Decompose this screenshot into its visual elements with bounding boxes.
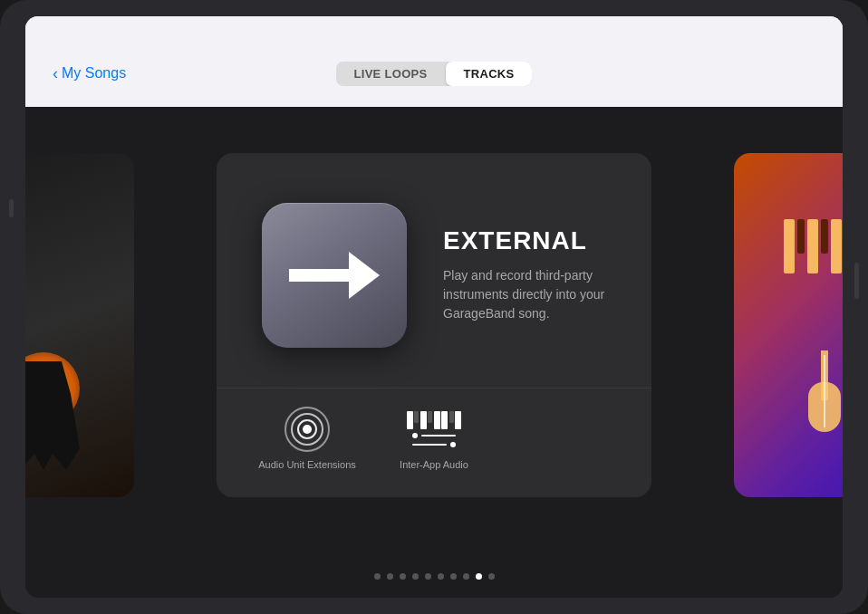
card-external-bottom: Audio Unit Extensions: [217, 388, 651, 497]
carousel[interactable]: EXTERNAL Play and record third-party ins…: [25, 107, 843, 543]
card-drums[interactable]: [25, 153, 134, 497]
radio-waves-icon: [283, 409, 332, 449]
card-external[interactable]: EXTERNAL Play and record third-party ins…: [217, 153, 651, 497]
arrow-right-icon: [289, 244, 380, 307]
mixer-row-2: [412, 442, 456, 447]
key-8: [455, 411, 461, 429]
radio-center-dot: [303, 425, 312, 434]
page-dot-6[interactable]: [438, 573, 444, 580]
audio-unit-item[interactable]: Audio Unit Extensions: [244, 407, 371, 470]
external-title: EXTERNAL: [443, 226, 606, 255]
page-dot-5[interactable]: [425, 573, 431, 580]
inter-app-icon: [407, 407, 461, 452]
key-2: [414, 411, 419, 423]
page-dot-7[interactable]: [450, 573, 457, 580]
segment-tracks[interactable]: TRACKS: [446, 62, 533, 86]
nav-bar: ‹ My Songs LIVE LOOPS TRACKS: [25, 16, 843, 107]
key-7: [449, 411, 454, 423]
page-dot-1[interactable]: [374, 573, 381, 580]
external-icon-container: [262, 203, 407, 348]
card-keyboard-guitar[interactable]: [734, 153, 843, 497]
external-description: Play and record third-party instruments …: [443, 266, 606, 323]
ipad-frame: 9:41 AM Tue Sep 15 100%: [0, 0, 868, 614]
rkey-2: [797, 219, 805, 254]
mixer-row: [412, 433, 456, 438]
screen: 9:41 AM Tue Sep 15 100%: [25, 16, 843, 598]
right-piano-keys: [784, 219, 843, 273]
page-dot-3[interactable]: [400, 573, 406, 580]
page-dot-10[interactable]: [488, 573, 495, 580]
home-button[interactable]: [854, 263, 859, 299]
key-6: [441, 411, 448, 429]
page-dot-4[interactable]: [412, 573, 419, 580]
external-text-area: EXTERNAL Play and record third-party ins…: [407, 226, 606, 323]
inter-app-label: Inter-App Audio: [400, 459, 468, 470]
drummer-figure: [25, 361, 89, 470]
mixer-bar-2: [412, 444, 447, 446]
card-external-top: EXTERNAL Play and record third-party ins…: [217, 153, 651, 388]
page-dot-9[interactable]: [476, 573, 482, 580]
key-3: [420, 411, 427, 429]
page-dot-2[interactable]: [387, 573, 393, 580]
rkey-1: [784, 219, 795, 273]
inter-app-item[interactable]: Inter-App Audio: [371, 407, 497, 470]
inter-app-visual: [407, 411, 462, 447]
back-chevron-icon: ‹: [53, 64, 58, 83]
key-5: [434, 411, 440, 429]
mixer-dot-1: [412, 433, 418, 438]
key-4: [428, 411, 432, 423]
mixer-bar-1: [421, 435, 456, 437]
drum-silhouette: [25, 298, 107, 479]
rkey-3: [807, 219, 818, 273]
segment-control: LIVE LOOPS TRACKS: [336, 62, 533, 86]
content-area: EXTERNAL Play and record third-party ins…: [25, 107, 843, 543]
page-dots: [25, 573, 843, 580]
audio-unit-icon: [280, 407, 334, 452]
segment-live-loops[interactable]: LIVE LOOPS: [336, 62, 446, 86]
page-dot-8[interactable]: [463, 573, 469, 580]
back-label[interactable]: My Songs: [62, 65, 126, 82]
mute-button: [9, 199, 14, 217]
rkey-5: [831, 219, 842, 273]
key-1: [407, 411, 413, 429]
audio-unit-label: Audio Unit Extensions: [258, 459, 356, 470]
back-button[interactable]: ‹ My Songs: [53, 64, 126, 83]
piano-keys-row: [407, 411, 462, 429]
guitar-icon: [802, 350, 843, 432]
guitar-string: [824, 355, 825, 427]
card-right-inner: [734, 153, 843, 497]
mixer-dot-2: [450, 442, 456, 447]
rkey-4: [821, 219, 828, 254]
